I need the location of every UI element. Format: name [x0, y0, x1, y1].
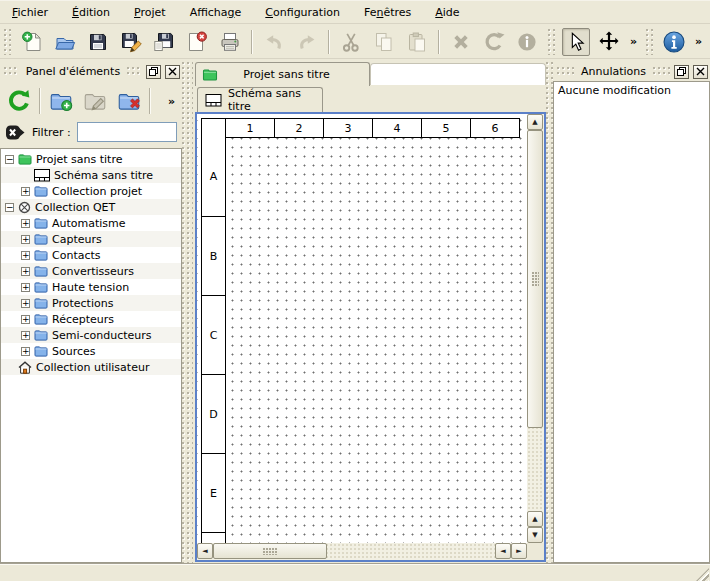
collapse-expander[interactable] — [5, 155, 14, 164]
menu-aide[interactable]: Aide — [426, 3, 468, 22]
expand-expander[interactable] — [21, 235, 30, 244]
filter-input[interactable] — [77, 122, 177, 142]
tree-item-semi-conducteurs[interactable]: Semi-conducteurs — [1, 327, 181, 343]
tree-item-sources[interactable]: Sources — [1, 343, 181, 359]
expand-expander[interactable] — [21, 187, 30, 196]
close-document-button[interactable] — [183, 28, 211, 56]
tree-item-contacts[interactable]: Contacts — [1, 247, 181, 263]
toolbar-drag-handle[interactable] — [4, 29, 11, 55]
save-button[interactable] — [84, 28, 112, 56]
undo-history-list[interactable]: Aucune modification — [553, 81, 710, 563]
redo-button[interactable] — [293, 28, 321, 56]
menu-fichier[interactable]: Fichier — [3, 3, 57, 22]
menu-fenetres[interactable]: Fenêtres — [355, 3, 420, 22]
tree-item-haute-tension[interactable]: Haute tension — [1, 279, 181, 295]
print-button[interactable] — [216, 28, 244, 56]
expand-expander[interactable] — [21, 299, 30, 308]
new-category-button[interactable] — [47, 87, 75, 115]
scroll-left-button-right[interactable]: ◄ — [495, 543, 511, 559]
tree-item-label: Semi-conducteurs — [52, 329, 152, 342]
clear-filter-icon[interactable] — [5, 124, 26, 141]
horizontal-scrollbar-thumb[interactable] — [213, 543, 327, 559]
copy-button[interactable] — [370, 28, 398, 56]
tree-item-projet-sans-titre[interactable]: Projet sans titre — [1, 151, 181, 167]
tree-item-collection-utilisateur[interactable]: Collection utilisateur — [1, 359, 181, 375]
element-panel-toolbar: » — [0, 81, 182, 121]
new-document-button[interactable] — [18, 28, 46, 56]
close-document-icon — [185, 30, 209, 54]
menu-projet[interactable]: Projet — [125, 3, 175, 22]
delete-button[interactable] — [447, 28, 475, 56]
scroll-down-button[interactable]: ▼ — [527, 527, 543, 543]
dock-float-button[interactable] — [674, 65, 689, 79]
diagram-canvas[interactable]: 1 2 3 4 5 6 A B C D E — [197, 114, 527, 543]
resize-grip[interactable] — [696, 568, 709, 581]
column-label: 1 — [225, 119, 274, 137]
diagram-column-header: 1 2 3 4 5 6 — [201, 118, 520, 138]
dock-close-button[interactable] — [693, 65, 708, 79]
reload-icon — [6, 88, 32, 114]
scroll-right-button[interactable]: ► — [511, 543, 527, 559]
horizontal-scrollbar[interactable]: ◄ ◄ ► — [197, 543, 527, 560]
save-as-button[interactable] — [117, 28, 145, 56]
vertical-scrollbar[interactable]: ▲ ▲ ▼ — [527, 114, 544, 543]
tree-item-collection-qet[interactable]: Collection QET — [1, 199, 181, 215]
dock-float-button[interactable] — [146, 65, 161, 79]
select-tool-button[interactable] — [562, 28, 590, 56]
project-window-tab[interactable]: Projet sans titre — [195, 62, 370, 86]
reload-collections-button[interactable] — [5, 87, 33, 115]
collapse-expander[interactable] — [5, 203, 14, 212]
panel-toolbar-overflow-chevron[interactable]: » — [166, 95, 177, 108]
move-tool-button[interactable] — [595, 28, 623, 56]
edit-category-button[interactable] — [81, 87, 109, 115]
element-panel-dock: Panel d'éléments — [0, 62, 182, 563]
rotate-button[interactable] — [480, 28, 508, 56]
save-all-button[interactable] — [150, 28, 178, 56]
vertical-scrollbar-thumb[interactable] — [527, 130, 543, 428]
schema-tab[interactable]: Schéma sans titre — [197, 87, 323, 112]
expand-expander[interactable] — [21, 331, 30, 340]
undo-panel-titlebar[interactable]: Annulations — [553, 62, 710, 81]
tree-item-capteurs[interactable]: Capteurs — [1, 231, 181, 247]
expand-expander[interactable] — [21, 283, 30, 292]
expand-expander[interactable] — [21, 251, 30, 260]
expand-expander[interactable] — [21, 219, 30, 228]
toolbar-overflow-chevron[interactable]: » — [628, 35, 639, 48]
diagram-info-button[interactable] — [660, 28, 688, 56]
toolbar-drag-handle[interactable] — [548, 29, 555, 55]
left-dock-splitter[interactable] — [182, 62, 193, 563]
paste-button[interactable] — [403, 28, 431, 56]
undo-list-item[interactable]: Aucune modification — [558, 84, 705, 97]
delete-category-button[interactable] — [115, 87, 143, 115]
tree-item-label: Récepteurs — [52, 313, 114, 326]
scroll-left-button[interactable]: ◄ — [197, 543, 213, 559]
dock-close-button[interactable] — [165, 65, 180, 79]
menu-configuration[interactable]: Configuration — [256, 3, 349, 22]
element-panel-titlebar[interactable]: Panel d'éléments — [0, 62, 182, 81]
toolbar-overflow-chevron[interactable]: » — [693, 35, 704, 48]
open-document-button[interactable] — [51, 28, 79, 56]
element-info-button[interactable] — [513, 28, 541, 56]
expand-expander[interactable] — [21, 315, 30, 324]
tree-item-schema-sans-titre[interactable]: Schéma sans titre — [1, 167, 181, 183]
menu-bar: Fichier Édition Projet Affichage Configu… — [0, 1, 710, 24]
tree-item-protections[interactable]: Protections — [1, 295, 181, 311]
schema-icon — [34, 169, 50, 182]
tree-item-recepteurs[interactable]: Récepteurs — [1, 311, 181, 327]
row-label-clipped — [202, 532, 225, 543]
right-dock-splitter[interactable] — [546, 62, 553, 563]
undo-button[interactable] — [260, 28, 288, 56]
menu-affichage[interactable]: Affichage — [181, 3, 251, 22]
tree-item-collection-projet[interactable]: Collection projet — [1, 183, 181, 199]
expand-expander[interactable] — [21, 267, 30, 276]
tree-item-label: Haute tension — [52, 281, 129, 294]
tree-item-convertisseurs[interactable]: Convertisseurs — [1, 263, 181, 279]
toolbar-drag-handle[interactable] — [646, 29, 653, 55]
menu-edition[interactable]: Édition — [63, 3, 119, 22]
dock-handle-texture — [653, 67, 670, 76]
scroll-up-button-bottom[interactable]: ▲ — [527, 511, 543, 527]
tree-item-automatisme[interactable]: Automatisme — [1, 215, 181, 231]
expand-expander[interactable] — [21, 347, 30, 356]
cut-button[interactable] — [337, 28, 365, 56]
scroll-up-button[interactable]: ▲ — [527, 114, 543, 130]
